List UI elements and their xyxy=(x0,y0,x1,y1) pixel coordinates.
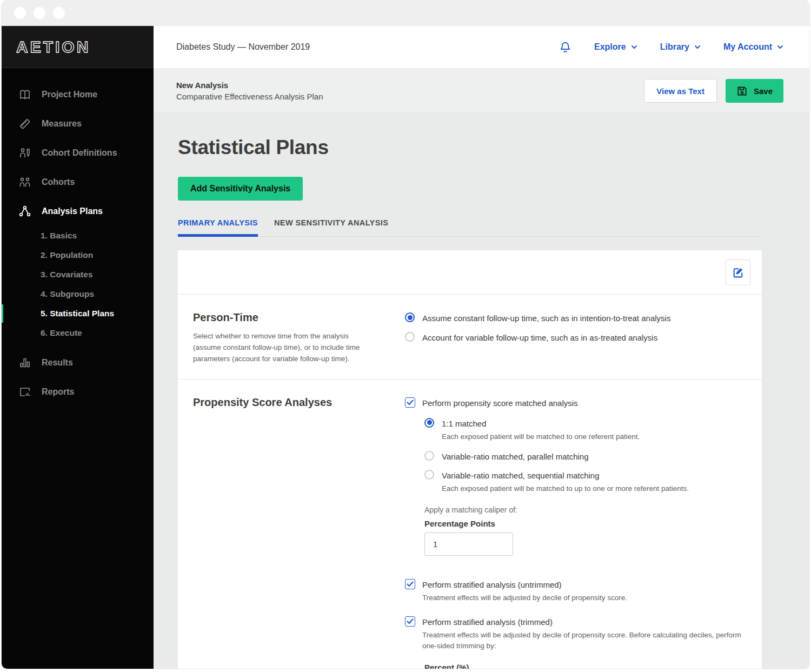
nav-explore-label: Explore xyxy=(594,42,626,52)
checkbox-stratified-untrimmed[interactable] xyxy=(405,579,415,589)
check-icon xyxy=(407,400,414,405)
radio-label[interactable]: Account for variable follow-up time, suc… xyxy=(422,332,747,343)
nav-explore[interactable]: Explore xyxy=(594,42,637,52)
percent-field-label: Percent (%) xyxy=(424,663,747,669)
propensity-section: Propensity Score Analyses Perform propen… xyxy=(178,379,762,669)
checkbox-stratified-trimmed[interactable] xyxy=(405,616,415,627)
page-title: Statistical Plans xyxy=(178,136,762,159)
window-dot[interactable] xyxy=(14,7,26,19)
radio-1to1-matched[interactable] xyxy=(424,418,434,428)
nav-library-label: Library xyxy=(660,42,689,52)
matching-method-group: 1:1 matched Each exposed patient will be… xyxy=(424,418,747,495)
stratified-trimmed-option: Perform stratified analysis (trimmed) Tr… xyxy=(405,616,747,653)
percentage-points-input[interactable] xyxy=(424,533,513,556)
add-sensitivity-analysis-button[interactable]: Add Sensitivity Analysis xyxy=(178,177,303,201)
checkbox-label[interactable]: Perform stratified analysis (untrimmed) xyxy=(422,579,747,590)
sidebar-step-population[interactable]: 2. Population xyxy=(2,245,154,265)
analysis-header: New Analysis Comparative Effectiveness A… xyxy=(154,68,809,114)
report-icon xyxy=(18,385,31,398)
sidebar-item-label: Cohort Definitions xyxy=(42,148,117,158)
sidebar-item-label: Cohorts xyxy=(42,177,75,187)
people-icon xyxy=(18,176,31,189)
nav-library[interactable]: Library xyxy=(660,42,701,52)
study-title: Diabetes Study — November 2019 xyxy=(176,42,310,52)
sidebar-item-label: Reports xyxy=(42,387,74,397)
content-area: Statistical Plans Add Sensitivity Analys… xyxy=(154,114,809,669)
brand-logo: AETION xyxy=(2,26,154,68)
nav-my-account-label: My Account xyxy=(723,42,772,52)
analysis-tabs: PRIMARY ANALYSIS NEW SENSITIVITY ANALYSI… xyxy=(178,218,762,237)
app-window: AETION Project Home Measures xyxy=(2,0,809,669)
radio-label[interactable]: Assume constant follow-up time, such as … xyxy=(422,312,747,323)
stratified-untrimmed-option: Perform stratified analysis (untrimmed) … xyxy=(405,579,747,604)
window-dot[interactable] xyxy=(53,7,65,19)
chevron-down-icon xyxy=(631,45,637,49)
radio-variable-sequential[interactable] xyxy=(424,470,434,480)
sidebar-step-statistical-plans[interactable]: 5. Statistical Plans xyxy=(2,304,154,323)
matching-caliper-block: Apply a matching caliper of: Percentage … xyxy=(424,505,747,556)
person-time-option-variable: Account for variable follow-up time, suc… xyxy=(405,332,747,343)
save-button[interactable]: Save xyxy=(726,79,783,103)
checkbox-label[interactable]: Perform propensity score matched analysi… xyxy=(422,397,747,408)
tab-new-sensitivity-analysis[interactable]: NEW SENSITIVITY ANALYSIS xyxy=(274,218,388,237)
sidebar-item-project-home[interactable]: Project Home xyxy=(2,80,154,109)
sidebar: AETION Project Home Measures xyxy=(2,26,154,669)
checkbox-matched-analysis[interactable] xyxy=(405,397,415,408)
chevron-down-icon xyxy=(777,45,783,49)
sidebar-item-results[interactable]: Results xyxy=(2,348,154,377)
sidebar-item-cohort-definitions[interactable]: Cohort Definitions xyxy=(2,138,154,168)
person-time-option-constant: Assume constant follow-up time, such as … xyxy=(405,312,747,323)
sidebar-item-label: Project Home xyxy=(42,90,97,99)
nav-my-account[interactable]: My Account xyxy=(723,42,783,52)
match-option-1to1: 1:1 matched Each exposed patient will be… xyxy=(424,418,747,443)
person-time-title: Person-Time xyxy=(193,311,383,324)
radio-variable-followup[interactable] xyxy=(405,332,415,342)
sidebar-step-covariates[interactable]: 3. Covariates xyxy=(2,265,154,284)
match-option-sequential: Variable-ratio matched, sequential match… xyxy=(424,470,747,495)
topbar: Diabetes Study — November 2019 Explore L… xyxy=(154,26,809,68)
sidebar-item-cohorts[interactable]: Cohorts xyxy=(2,168,154,197)
save-floppy-icon xyxy=(736,85,748,97)
radio-description: Each exposed patient will be matched to … xyxy=(442,483,747,495)
radio-label[interactable]: Variable-ratio matched, parallel matchin… xyxy=(442,451,747,462)
window-dot[interactable] xyxy=(34,7,45,19)
sidebar-step-basics[interactable]: 1. Basics xyxy=(2,226,154,245)
sidebar-item-label: Analysis Plans xyxy=(42,207,103,216)
notifications-button[interactable] xyxy=(559,41,571,54)
view-as-text-button[interactable]: View as Text xyxy=(644,79,717,103)
sidebar-item-label: Measures xyxy=(42,119,82,129)
edit-plan-button[interactable] xyxy=(726,260,750,285)
person-time-section: Person-Time Select whether to remove tim… xyxy=(178,295,762,379)
bar-chart-icon xyxy=(18,356,31,369)
bell-icon xyxy=(559,41,571,54)
tab-primary-analysis[interactable]: PRIMARY ANALYSIS xyxy=(178,218,258,237)
sidebar-item-reports[interactable]: Reports xyxy=(2,377,154,407)
match-option-parallel: Variable-ratio matched, parallel matchin… xyxy=(424,451,747,462)
person-pencil-icon xyxy=(18,147,31,159)
checkbox-label[interactable]: Perform stratified analysis (trimmed) xyxy=(422,616,747,627)
sidebar-item-analysis-plans[interactable]: Analysis Plans xyxy=(2,197,154,226)
propensity-title: Propensity Score Analyses xyxy=(193,396,383,409)
ruler-icon xyxy=(18,117,31,130)
card-header xyxy=(178,250,762,295)
sidebar-step-subgroups[interactable]: 4. Subgroups xyxy=(2,284,154,304)
radio-label[interactable]: 1:1 matched xyxy=(442,418,747,429)
caliper-field-label: Percentage Points xyxy=(424,519,747,528)
chevron-down-icon xyxy=(694,45,701,49)
network-icon xyxy=(18,205,31,218)
save-button-label: Save xyxy=(754,87,773,96)
sidebar-item-measures[interactable]: Measures xyxy=(2,109,154,138)
analysis-plans-steps: 1. Basics 2. Population 3. Covariates 4.… xyxy=(2,226,154,343)
sidebar-step-execute[interactable]: 6. Execute xyxy=(2,323,154,343)
person-time-description: Select whether to remove time from the a… xyxy=(193,331,371,365)
radio-constant-followup[interactable] xyxy=(405,312,415,322)
radio-label[interactable]: Variable-ratio matched, sequential match… xyxy=(442,470,747,481)
book-icon xyxy=(18,88,31,101)
radio-variable-parallel[interactable] xyxy=(424,451,434,461)
checkbox-description: Treatment effects will be adjusted by de… xyxy=(422,593,747,604)
statistical-plan-card: Person-Time Select whether to remove tim… xyxy=(178,250,762,669)
matched-analysis-option: Perform propensity score matched analysi… xyxy=(405,397,747,408)
sidebar-item-label: Results xyxy=(42,358,73,368)
trimming-percent-block: Percent (%) xyxy=(424,663,747,669)
check-icon xyxy=(407,581,414,587)
